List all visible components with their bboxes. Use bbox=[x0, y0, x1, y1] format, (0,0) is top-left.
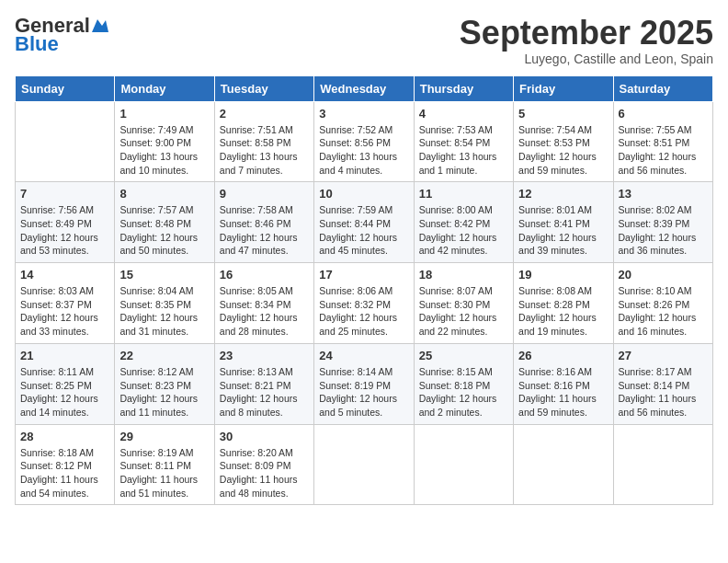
day-number: 12 bbox=[518, 187, 608, 201]
calendar-cell bbox=[414, 424, 513, 505]
page-header: General Blue September 2025 Luyego, Cast… bbox=[15, 15, 713, 66]
day-info: Sunrise: 8:04 AMSunset: 8:35 PMDaylight:… bbox=[119, 284, 209, 339]
day-header-monday: Monday bbox=[115, 75, 214, 101]
calendar-cell: 5Sunrise: 7:54 AMSunset: 8:53 PMDaylight… bbox=[514, 101, 613, 182]
calendar-cell: 7Sunrise: 7:56 AMSunset: 8:49 PMDaylight… bbox=[16, 182, 115, 263]
month-title: September 2025 bbox=[460, 15, 713, 52]
day-number: 23 bbox=[220, 349, 309, 362]
calendar-cell: 30Sunrise: 8:20 AMSunset: 8:09 PMDayligh… bbox=[214, 424, 313, 505]
day-info: Sunrise: 7:53 AMSunset: 8:54 PMDaylight:… bbox=[419, 123, 508, 178]
calendar-cell: 4Sunrise: 7:53 AMSunset: 8:54 PMDaylight… bbox=[414, 101, 513, 182]
calendar-cell: 3Sunrise: 7:52 AMSunset: 8:56 PMDaylight… bbox=[314, 101, 414, 182]
calendar-cell: 18Sunrise: 8:07 AMSunset: 8:30 PMDayligh… bbox=[414, 263, 513, 344]
day-number: 19 bbox=[518, 268, 608, 282]
calendar-cell bbox=[16, 101, 115, 182]
day-number: 1 bbox=[119, 107, 209, 121]
calendar-cell: 25Sunrise: 8:15 AMSunset: 8:18 PMDayligh… bbox=[414, 343, 513, 424]
day-info: Sunrise: 8:10 AMSunset: 8:26 PMDaylight:… bbox=[619, 284, 708, 339]
day-info: Sunrise: 7:55 AMSunset: 8:51 PMDaylight:… bbox=[619, 123, 708, 178]
calendar-cell: 21Sunrise: 8:11 AMSunset: 8:25 PMDayligh… bbox=[16, 343, 115, 424]
day-info: Sunrise: 8:07 AMSunset: 8:30 PMDaylight:… bbox=[419, 284, 508, 339]
day-header-sunday: Sunday bbox=[16, 75, 115, 101]
day-number: 5 bbox=[518, 107, 608, 121]
calendar-cell bbox=[514, 424, 613, 505]
calendar-week-row: 7Sunrise: 7:56 AMSunset: 8:49 PMDaylight… bbox=[16, 182, 713, 263]
day-info: Sunrise: 8:12 AMSunset: 8:23 PMDaylight:… bbox=[119, 365, 209, 419]
day-info: Sunrise: 8:06 AMSunset: 8:32 PMDaylight:… bbox=[319, 284, 408, 339]
day-info: Sunrise: 7:58 AMSunset: 8:46 PMDaylight:… bbox=[220, 203, 309, 258]
day-info: Sunrise: 7:49 AMSunset: 9:00 PMDaylight:… bbox=[119, 123, 209, 178]
day-info: Sunrise: 7:52 AMSunset: 8:56 PMDaylight:… bbox=[319, 123, 408, 178]
calendar-cell: 24Sunrise: 8:14 AMSunset: 8:19 PMDayligh… bbox=[314, 343, 414, 424]
calendar-week-row: 28Sunrise: 8:18 AMSunset: 8:12 PMDayligh… bbox=[16, 424, 713, 505]
calendar-cell: 17Sunrise: 8:06 AMSunset: 8:32 PMDayligh… bbox=[314, 263, 414, 344]
logo-blue: Blue bbox=[15, 33, 59, 55]
day-number: 15 bbox=[119, 268, 209, 282]
title-block: September 2025 Luyego, Castille and Leon… bbox=[460, 15, 713, 66]
day-number: 10 bbox=[319, 187, 408, 201]
day-info: Sunrise: 8:18 AMSunset: 8:12 PMDaylight:… bbox=[20, 446, 109, 500]
calendar-cell: 15Sunrise: 8:04 AMSunset: 8:35 PMDayligh… bbox=[115, 263, 214, 344]
day-info: Sunrise: 8:11 AMSunset: 8:25 PMDaylight:… bbox=[20, 365, 109, 419]
day-header-saturday: Saturday bbox=[613, 75, 712, 101]
day-number: 8 bbox=[119, 187, 209, 201]
calendar-week-row: 21Sunrise: 8:11 AMSunset: 8:25 PMDayligh… bbox=[16, 343, 713, 424]
day-number: 2 bbox=[220, 107, 309, 121]
day-number: 6 bbox=[619, 107, 708, 121]
day-number: 4 bbox=[419, 107, 508, 121]
calendar-cell: 22Sunrise: 8:12 AMSunset: 8:23 PMDayligh… bbox=[115, 343, 214, 424]
day-number: 28 bbox=[20, 430, 109, 443]
calendar-cell: 8Sunrise: 7:57 AMSunset: 8:48 PMDaylight… bbox=[115, 182, 214, 263]
day-number: 16 bbox=[220, 268, 309, 282]
calendar-week-row: 1Sunrise: 7:49 AMSunset: 9:00 PMDaylight… bbox=[16, 101, 713, 182]
day-info: Sunrise: 8:08 AMSunset: 8:28 PMDaylight:… bbox=[518, 284, 608, 339]
day-info: Sunrise: 8:19 AMSunset: 8:11 PMDaylight:… bbox=[119, 446, 209, 500]
day-number: 30 bbox=[220, 430, 309, 443]
day-number: 9 bbox=[220, 187, 309, 201]
day-header-wednesday: Wednesday bbox=[314, 75, 414, 101]
calendar-cell bbox=[314, 424, 414, 505]
calendar-cell: 12Sunrise: 8:01 AMSunset: 8:41 PMDayligh… bbox=[514, 182, 613, 263]
day-info: Sunrise: 7:56 AMSunset: 8:49 PMDaylight:… bbox=[20, 203, 109, 258]
day-number: 3 bbox=[319, 107, 408, 121]
day-number: 17 bbox=[319, 268, 408, 282]
calendar-cell: 19Sunrise: 8:08 AMSunset: 8:28 PMDayligh… bbox=[514, 263, 613, 344]
day-number: 7 bbox=[20, 187, 109, 201]
calendar-cell: 29Sunrise: 8:19 AMSunset: 8:11 PMDayligh… bbox=[115, 424, 214, 505]
day-info: Sunrise: 7:54 AMSunset: 8:53 PMDaylight:… bbox=[518, 123, 608, 178]
day-number: 14 bbox=[20, 268, 109, 282]
day-number: 11 bbox=[419, 187, 508, 201]
logo-icon bbox=[90, 16, 110, 36]
day-number: 21 bbox=[20, 349, 109, 362]
day-info: Sunrise: 8:15 AMSunset: 8:18 PMDaylight:… bbox=[419, 365, 508, 419]
day-info: Sunrise: 8:00 AMSunset: 8:42 PMDaylight:… bbox=[419, 203, 508, 258]
day-number: 27 bbox=[619, 349, 708, 362]
day-info: Sunrise: 8:14 AMSunset: 8:19 PMDaylight:… bbox=[319, 365, 408, 419]
calendar-week-row: 14Sunrise: 8:03 AMSunset: 8:37 PMDayligh… bbox=[16, 263, 713, 344]
calendar-cell: 9Sunrise: 7:58 AMSunset: 8:46 PMDaylight… bbox=[214, 182, 313, 263]
day-info: Sunrise: 8:16 AMSunset: 8:16 PMDaylight:… bbox=[518, 365, 608, 419]
day-info: Sunrise: 7:51 AMSunset: 8:58 PMDaylight:… bbox=[220, 123, 309, 178]
logo: General Blue bbox=[15, 15, 110, 55]
calendar-cell: 27Sunrise: 8:17 AMSunset: 8:14 PMDayligh… bbox=[613, 343, 712, 424]
calendar-table: SundayMondayTuesdayWednesdayThursdayFrid… bbox=[15, 75, 713, 506]
calendar-cell: 28Sunrise: 8:18 AMSunset: 8:12 PMDayligh… bbox=[16, 424, 115, 505]
day-number: 13 bbox=[619, 187, 708, 201]
calendar-cell: 23Sunrise: 8:13 AMSunset: 8:21 PMDayligh… bbox=[214, 343, 313, 424]
day-info: Sunrise: 8:03 AMSunset: 8:37 PMDaylight:… bbox=[20, 284, 109, 339]
day-header-friday: Friday bbox=[514, 75, 613, 101]
calendar-header-row: SundayMondayTuesdayWednesdayThursdayFrid… bbox=[16, 75, 713, 101]
calendar-cell bbox=[613, 424, 712, 505]
day-info: Sunrise: 8:05 AMSunset: 8:34 PMDaylight:… bbox=[220, 284, 309, 339]
day-number: 18 bbox=[419, 268, 508, 282]
day-number: 24 bbox=[319, 349, 408, 362]
location-subtitle: Luyego, Castille and Leon, Spain bbox=[460, 52, 713, 66]
day-number: 22 bbox=[119, 349, 209, 362]
day-info: Sunrise: 8:20 AMSunset: 8:09 PMDaylight:… bbox=[220, 446, 309, 500]
calendar-cell: 2Sunrise: 7:51 AMSunset: 8:58 PMDaylight… bbox=[214, 101, 313, 182]
day-header-tuesday: Tuesday bbox=[214, 75, 313, 101]
calendar-cell: 16Sunrise: 8:05 AMSunset: 8:34 PMDayligh… bbox=[214, 263, 313, 344]
day-header-thursday: Thursday bbox=[414, 75, 513, 101]
calendar-cell: 20Sunrise: 8:10 AMSunset: 8:26 PMDayligh… bbox=[613, 263, 712, 344]
day-info: Sunrise: 8:01 AMSunset: 8:41 PMDaylight:… bbox=[518, 203, 608, 258]
